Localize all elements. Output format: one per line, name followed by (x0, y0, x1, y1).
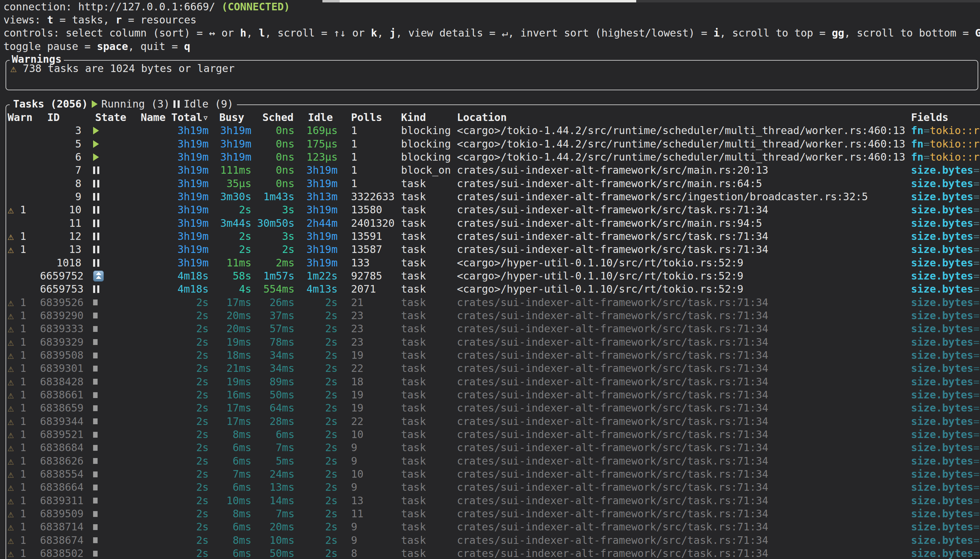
column-header-id[interactable]: ID (40, 111, 88, 124)
task-row[interactable]: ⚠ 168386842s6ms7ms2s9taskcrates/sui-inde… (7, 441, 980, 454)
task-row[interactable]: ⚠ 168393012s21ms34ms2s22taskcrates/sui-i… (7, 362, 980, 375)
cell-task-id: 1018 (40, 256, 88, 270)
task-row[interactable]: ⚠ 168395082s18ms34ms2s19taskcrates/sui-i… (7, 349, 980, 362)
cell-fields: size.bytes= (906, 468, 980, 481)
task-row[interactable]: 66597524m18s58s1m57s1m22s92785task<cargo… (7, 270, 980, 283)
field-equals: = (973, 190, 980, 203)
task-row[interactable]: ⚠ 168393442s17ms28ms2s22taskcrates/sui-i… (7, 415, 980, 428)
cell-task-id: 11 (40, 217, 88, 230)
task-row[interactable]: ⚠ 168384282s19ms89ms2s18taskcrates/sui-i… (7, 375, 980, 389)
cell-sched: 64ms (252, 402, 295, 415)
cell-total: 3h19m (170, 203, 209, 217)
cell-busy: 16ms (209, 389, 252, 402)
cell-total: 3h19m (170, 137, 209, 150)
task-row[interactable]: 33h19m3h19m0ns169µs1blocking<cargo>/toki… (7, 124, 980, 137)
cell-task-id: 6839344 (40, 415, 88, 428)
task-row[interactable]: 73h19m111ms0ns3h19m1block_oncrates/sui-i… (7, 164, 980, 177)
cell-task-id: 6838661 (40, 389, 88, 402)
duration-value: 3h19m (220, 151, 252, 163)
task-row[interactable]: ⚠ 168393332s20ms57ms2s23taskcrates/sui-i… (7, 322, 980, 335)
task-row[interactable]: 83h19m35µs0ns3h19m1taskcrates/sui-indexe… (7, 177, 980, 190)
field-key: size.bytes (911, 547, 973, 559)
duration-value: 2s (325, 296, 338, 308)
task-row[interactable]: 63h19m3h19m0ns123µs1blocking<cargo>/toki… (7, 150, 980, 164)
task-row[interactable]: ⚠ 168393112s10ms14ms2s13taskcrates/sui-i… (7, 494, 980, 507)
column-header-sched[interactable]: Sched (252, 111, 295, 124)
duration-value: 2s (196, 428, 209, 440)
task-row[interactable]: ⚠ 168386742s8ms10ms2s9taskcrates/sui-ind… (7, 534, 980, 547)
task-row[interactable]: ⚠ 1133h19m2s2s3h19m13587taskcrates/sui-i… (7, 243, 980, 256)
column-header-name[interactable]: Name (134, 111, 170, 124)
cell-idle: 123µs (295, 150, 338, 164)
column-header-polls[interactable]: Polls (338, 111, 396, 124)
cell-state (88, 206, 134, 214)
task-row[interactable]: ⚠ 1103h19m2s3s3h19m13580taskcrates/sui-i… (7, 203, 980, 217)
duration-value: 8ms (233, 428, 252, 440)
running-icon (93, 127, 99, 134)
column-header-state[interactable]: State (88, 111, 134, 124)
column-header-warn[interactable]: Warn (7, 111, 40, 124)
field-key: fn (911, 138, 924, 150)
completed-icon (93, 485, 98, 490)
duration-value: 4s (239, 283, 252, 295)
cell-total: 3h19m (170, 230, 209, 243)
field-equals: = (973, 442, 980, 453)
cell-polls: 23 (338, 322, 396, 335)
column-header-location[interactable]: Location (455, 111, 906, 124)
column-header-idle[interactable]: Idle (295, 111, 338, 124)
cell-polls: 1 (338, 164, 396, 177)
task-row[interactable]: ⚠ 168392902s20ms37ms2s23taskcrates/sui-i… (7, 309, 980, 322)
cell-warn: ⚠ 1 (7, 322, 40, 335)
cell-busy: 3m30s (209, 190, 252, 203)
field-key: size.bytes (911, 322, 973, 335)
task-row[interactable]: 10183h19m11ms2ms3h19m133task<cargo>/hype… (7, 256, 980, 269)
task-row[interactable]: 113h19m3m44s30m50s2h44m2401320taskcrates… (7, 217, 980, 230)
cell-location: crates/sui-indexer-alt-framework/src/ing… (455, 190, 906, 203)
cell-polls: 13591 (338, 230, 396, 243)
cell-idle: 3h13m (295, 190, 338, 203)
cell-polls: 9 (338, 534, 396, 547)
duration-value: 2s (196, 481, 209, 493)
cell-polls: 19 (338, 349, 396, 362)
cell-idle: 2s (295, 389, 338, 402)
task-row[interactable]: ⚠ 168393292s19ms78ms2s23taskcrates/sui-i… (7, 336, 980, 349)
task-row[interactable]: ⚠ 168395212s8ms6ms2s10taskcrates/sui-ind… (7, 428, 980, 441)
task-row[interactable]: ⚠ 168395262s17ms26ms2s21taskcrates/sui-i… (7, 296, 980, 309)
cell-idle: 3h19m (295, 256, 338, 270)
completed-icon (93, 432, 98, 438)
column-header-total-sorted[interactable]: Total▿ (170, 111, 209, 124)
cell-warn: ⚠ 1 (7, 362, 40, 375)
task-row[interactable]: ⚠ 168386612s16ms50ms2s19taskcrates/sui-i… (7, 389, 980, 402)
duration-value: 8ms (233, 508, 252, 520)
column-header-busy[interactable]: Busy (209, 111, 252, 124)
duration-value: 1m22s (306, 270, 338, 282)
cell-total: 2s (170, 402, 209, 415)
task-row[interactable]: ⚠ 168387142s6ms20ms2s9taskcrates/sui-ind… (7, 520, 980, 534)
field-equals: = (973, 402, 980, 414)
task-row[interactable]: ⚠ 168386642s6ms13ms2s9taskcrates/sui-ind… (7, 481, 980, 494)
column-header-kind[interactable]: Kind (396, 111, 455, 124)
cell-warn: ⚠ 1 (7, 534, 40, 547)
task-row[interactable]: ⚠ 168385022s6ms50ms2s8taskcrates/sui-ind… (7, 547, 980, 559)
task-row[interactable]: ⚠ 168386262s6ms5ms2s9taskcrates/sui-inde… (7, 455, 980, 468)
duration-value: 4m13s (306, 283, 338, 295)
field-key: size.bytes (911, 296, 973, 308)
field-equals: = (973, 349, 980, 361)
task-row[interactable]: ⚠ 168395092s8ms7ms2s11taskcrates/sui-ind… (7, 507, 980, 520)
task-row[interactable]: ⚠ 168386592s17ms64ms2s19taskcrates/sui-i… (7, 402, 980, 415)
duration-value: 3m44s (220, 217, 252, 229)
task-row[interactable]: 93h19m3m30s1m43s3h13m3322633taskcrates/s… (7, 190, 980, 203)
cell-idle: 3h19m (295, 230, 338, 243)
column-header-fields[interactable]: Fields (906, 111, 980, 124)
task-row[interactable]: ⚠ 1123h19m2s3s3h19m13591taskcrates/sui-i… (7, 230, 980, 243)
running-icon (93, 140, 99, 148)
cell-busy: 3h19m (209, 124, 252, 137)
cell-busy: 8ms (209, 428, 252, 441)
task-row[interactable]: ⚠ 168385542s7ms24ms2s10taskcrates/sui-in… (7, 468, 980, 481)
field-equals: = (973, 495, 980, 507)
duration-value: 2s (325, 521, 338, 533)
tasks-panel: Tasks (2056) Running (3) Idle (9) Warn I… (5, 104, 980, 559)
completed-icon (93, 511, 98, 517)
task-row[interactable]: 66597534m18s4s554ms4m13s2071task<cargo>/… (7, 283, 980, 296)
task-row[interactable]: 53h19m3h19m0ns175µs1blocking<cargo>/toki… (7, 137, 980, 150)
